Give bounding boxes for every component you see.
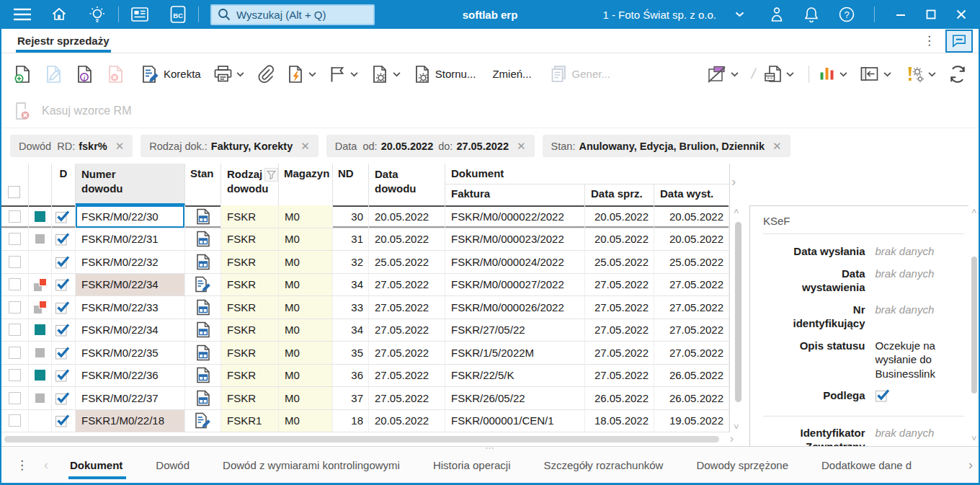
numer-dowodu-cell[interactable]: FSKR/M0/22/33 (76, 296, 185, 319)
flag-button[interactable] (329, 65, 358, 83)
table-row[interactable]: FSKR/M0/22/34FSKRM03427.05.2022FSKR/27/0… (1, 319, 729, 342)
flag-dropdown-chevron-icon[interactable] (350, 71, 358, 77)
scroll-up-icon[interactable]: ˄ (734, 206, 739, 217)
window-maximize-icon[interactable] (925, 9, 937, 20)
row-select-checkbox[interactable] (1, 410, 29, 432)
d-checkbox[interactable] (52, 296, 76, 319)
bottom-tab-dowody-sprz-one[interactable]: Dowody sprzężone (695, 447, 790, 483)
tab-overflow-menu-icon[interactable]: ⋮ (923, 35, 935, 47)
company-selector-label[interactable]: 1 - Foto Świat sp. z o.o. (602, 9, 716, 21)
d-checkbox[interactable] (52, 342, 76, 364)
chip-close-icon[interactable]: ✕ (115, 140, 125, 153)
document-operations-dropdown-chevron-icon[interactable] (393, 71, 401, 77)
view-mode-button[interactable] (707, 65, 739, 84)
row-select-checkbox[interactable] (1, 228, 29, 251)
bottom-tab-dow-d[interactable]: Dowód (154, 447, 191, 483)
chart-button[interactable] (818, 65, 847, 83)
table-row[interactable]: FSKR/M0/22/33FSKRM03327.05.2022FSKR/M0/0… (1, 296, 729, 319)
column-header-dokument[interactable]: Dokument (445, 164, 729, 184)
chip-close-icon[interactable]: ✕ (517, 140, 526, 153)
row-select-checkbox[interactable] (1, 251, 29, 273)
column-header-data-wyst[interactable]: Data wyst. (654, 184, 729, 205)
row-select-checkbox[interactable] (1, 205, 29, 228)
quick-post-button[interactable] (286, 65, 316, 84)
table-row[interactable]: FSKR/M0/22/37FSKRM03727.05.2022FSKR/26/0… (1, 387, 729, 410)
print-dropdown-chevron-icon[interactable] (236, 71, 244, 77)
window-minimize-icon[interactable] (895, 9, 906, 20)
bottom-tab-dodatkowe-dane-d[interactable]: Dodatkowe dane d (820, 447, 913, 483)
numer-dowodu-cell[interactable]: FSKR/M0/22/34 (76, 319, 185, 342)
row-select-checkbox[interactable] (1, 319, 29, 342)
bottom-tabs-menu-icon[interactable]: ⋮ (16, 458, 28, 473)
filter-chip-rodzaj-dok[interactable]: Rodzaj dok.: Faktury, Korekty ✕ (141, 135, 318, 157)
storno-button[interactable]: Stornu... (413, 65, 476, 84)
filter-chip-stan[interactable]: Stan: Anulowany, Edycja, Brulion, Dzienn… (543, 135, 790, 157)
numer-dowodu-cell[interactable]: FSKR1/M0/22/18 (76, 410, 185, 432)
column-header-data-dowodu[interactable]: Data dowodu (369, 164, 445, 205)
grid-horizontal-scrollbar[interactable]: › (1, 434, 731, 445)
table-row[interactable]: FSKR1/M0/22/18FSKR1M01820.05.2022FSKR/00… (1, 410, 729, 433)
korekta-button[interactable]: Korekta (141, 65, 201, 84)
numer-dowodu-cell[interactable]: FSKR/M0/22/35 (76, 342, 185, 364)
global-search[interactable] (210, 4, 375, 25)
d-checkbox[interactable] (52, 274, 76, 296)
d-checkbox[interactable] (52, 365, 76, 387)
bottom-tab-historia-operacji[interactable]: Historia operacji (432, 447, 512, 483)
numer-dowodu-cell[interactable]: FSKR/M0/22/37 (76, 387, 185, 409)
scroll-down-icon[interactable]: ˅ (971, 433, 977, 444)
warnings-button[interactable] (904, 65, 936, 84)
window-close-icon[interactable] (956, 9, 967, 20)
filter-funnel-icon[interactable] (264, 168, 278, 182)
bottom-tabs-scroll-right-icon[interactable]: › (968, 458, 973, 473)
numer-dowodu-cell[interactable]: FSKR/M0/22/31 (76, 228, 185, 251)
table-row[interactable]: FSKR/M0/22/36FSKRM03627.05.2022FSKR/22/5… (1, 365, 729, 388)
table-row[interactable]: FSKR/M0/22/32FSKRM03225.05.2022FSKR/M0/0… (1, 251, 729, 274)
document-info-button[interactable]: i (75, 65, 94, 84)
table-row[interactable]: FSKR/M0/22/34FSKRM03427.05.2022FSKR/M0/0… (1, 274, 729, 297)
view-mode-dropdown-chevron-icon[interactable] (731, 71, 739, 77)
company-chevron-down-icon[interactable] (735, 0, 744, 29)
chat-panel-button[interactable] (945, 30, 973, 53)
user-icon[interactable] (769, 6, 785, 23)
d-checkbox[interactable] (52, 319, 76, 342)
side-panel-dropdown-chevron-icon[interactable] (883, 71, 891, 77)
column-header-magazyn[interactable]: Magazyn (279, 164, 333, 205)
zmien-button[interactable]: Zmień... (492, 68, 531, 80)
column-header-stan[interactable]: Stan (185, 164, 221, 205)
numer-dowodu-cell[interactable]: FSKR/M0/22/30 (76, 205, 185, 228)
vertical-scrollbar-thumb[interactable] (735, 222, 741, 402)
d-checkbox[interactable] (52, 228, 76, 251)
scroll-up-icon[interactable]: ˄ (971, 206, 977, 217)
print-button[interactable] (213, 65, 244, 83)
table-row[interactable]: FSKR/M0/22/31FSKRM03120.05.2022FSKR/M0/0… (1, 228, 729, 252)
row-select-checkbox[interactable] (1, 387, 29, 409)
quick-post-dropdown-chevron-icon[interactable] (308, 71, 316, 77)
column-header-rodzaj-dowodu[interactable]: Rodzaj dowodu (221, 164, 279, 205)
grid-vertical-scrollbar[interactable]: ˄ ˅ (732, 206, 745, 432)
hamburger-menu-icon[interactable] (10, 0, 35, 29)
row-select-checkbox[interactable] (1, 365, 29, 387)
numer-dowodu-cell[interactable]: FSKR/M0/22/36 (76, 365, 185, 387)
help-icon[interactable]: ? (838, 6, 855, 23)
column-header-d[interactable]: D (52, 164, 76, 205)
panel-scrollbar-thumb[interactable] (971, 257, 977, 393)
row-select-checkbox[interactable] (1, 274, 29, 296)
tab-rejestr-sprzedazy[interactable]: Rejestr sprzedaży (16, 29, 111, 53)
attachments-button[interactable] (257, 65, 274, 84)
bottom-tab-dow-d-z-wymiarami-kontrolingowymi[interactable]: Dowód z wymiarami kontrolingowymi (221, 447, 401, 483)
ksef-panel-scrollbar[interactable]: ˄ ˅ (969, 206, 979, 444)
column-header-numer-dowodu[interactable]: Numer dowodu (76, 164, 185, 205)
numer-dowodu-cell[interactable]: FSKR/M0/22/32 (76, 251, 185, 273)
period-dropdown-chevron-icon[interactable] (786, 71, 794, 77)
refresh-button[interactable] (948, 65, 967, 84)
d-checkbox[interactable] (52, 251, 76, 273)
column-header-nd[interactable]: ND (333, 164, 369, 205)
columns-scroll-right-icon[interactable]: › (731, 174, 736, 190)
filter-chip-dowod[interactable]: Dowód RD: fskr% ✕ (10, 135, 133, 157)
bc-businesslink-icon[interactable]: BC (169, 0, 187, 29)
select-all-checkbox[interactable] (8, 186, 20, 200)
d-checkbox[interactable] (52, 387, 76, 409)
notifications-bell-icon[interactable] (803, 6, 819, 23)
numer-dowodu-cell[interactable]: FSKR/M0/22/34 (76, 274, 185, 296)
warnings-dropdown-chevron-icon[interactable] (928, 71, 936, 77)
